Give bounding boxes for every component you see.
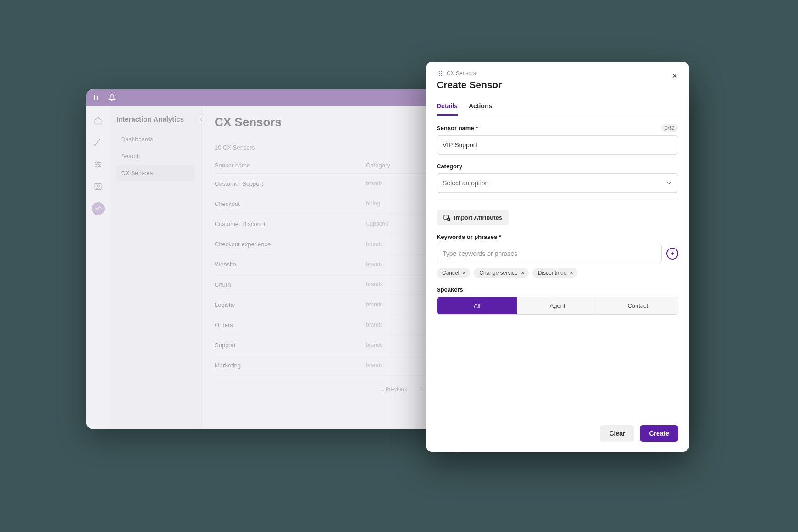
svg-point-19: [439, 75, 440, 76]
svg-rect-0: [94, 95, 95, 100]
chip-label: Change service: [479, 270, 517, 276]
modal-head: CX Sensors Create Sensor: [426, 62, 689, 96]
svg-point-15: [438, 73, 438, 74]
row-name: Checkout experience: [215, 241, 366, 248]
import-attributes-button[interactable]: Import Attributes: [437, 210, 509, 225]
modal-body: Sensor name * 0/32 Category Select an op…: [426, 116, 689, 419]
svg-point-14: [441, 71, 442, 72]
svg-point-18: [438, 75, 438, 76]
nav-item-cx-sensors[interactable]: CX Sensors: [116, 165, 195, 181]
category-placeholder: Select an option: [443, 179, 488, 187]
chevron-down-icon: [666, 180, 672, 186]
secondary-nav-title: Interaction Analytics: [116, 115, 195, 123]
svg-rect-10: [95, 183, 101, 190]
close-icon[interactable]: [668, 69, 681, 82]
app-logo-icon[interactable]: [92, 93, 101, 102]
page-prev[interactable]: Previous: [377, 384, 411, 395]
keyword-chip: Discontinue: [532, 268, 578, 278]
chip-remove-icon[interactable]: [569, 271, 574, 275]
collapse-nav-icon[interactable]: [196, 114, 207, 125]
sensor-name-label: Sensor name *: [437, 125, 478, 132]
tab-actions[interactable]: Actions: [469, 99, 492, 116]
row-name: Customer Discount: [215, 221, 366, 227]
rail-settings-icon[interactable]: [92, 158, 105, 171]
svg-point-8: [99, 164, 100, 166]
sensor-name-counter: 0/32: [661, 124, 678, 132]
row-name: Churn: [215, 281, 366, 288]
rail-analytics-icon[interactable]: [92, 202, 105, 215]
keyword-chips: CancelChange serviceDiscontinue: [437, 268, 678, 278]
chip-label: Cancel: [442, 270, 459, 276]
left-rail: [86, 106, 110, 429]
row-name: Marketing: [215, 362, 366, 369]
svg-point-9: [97, 166, 98, 167]
speakers-segmented: All Agent Contact: [437, 297, 678, 315]
tab-details[interactable]: Details: [437, 99, 458, 116]
secondary-nav: Interaction Analytics Dashboards Search …: [110, 106, 202, 429]
category-label: Category: [437, 163, 462, 170]
svg-point-13: [439, 71, 440, 72]
sensors-grid-icon: [437, 70, 443, 77]
svg-rect-1: [97, 96, 98, 100]
row-name: Logistic: [215, 301, 366, 308]
speaker-contact[interactable]: Contact: [598, 297, 678, 314]
clear-button[interactable]: Clear: [600, 425, 634, 442]
create-button[interactable]: Create: [640, 425, 678, 442]
category-select[interactable]: Select an option: [437, 173, 678, 193]
svg-point-16: [439, 73, 440, 74]
row-name: Orders: [215, 321, 366, 328]
keyword-chip: Cancel: [437, 268, 470, 278]
svg-point-12: [438, 71, 438, 72]
modal-tabs: Details Actions: [426, 96, 689, 116]
chip-label: Discontinue: [538, 270, 567, 276]
chip-remove-icon[interactable]: [462, 271, 466, 275]
rail-home-icon[interactable]: [92, 114, 105, 127]
rail-journey-icon[interactable]: [92, 136, 105, 149]
notifications-icon[interactable]: [108, 94, 116, 101]
row-name: Support: [215, 342, 366, 349]
svg-point-20: [441, 75, 442, 76]
row-name: Checkout: [215, 200, 366, 207]
import-label: Import Attributes: [454, 214, 502, 221]
speaker-agent[interactable]: Agent: [517, 297, 597, 314]
keywords-label: Keywords or phrases *: [437, 233, 501, 240]
sensor-name-input[interactable]: [437, 135, 678, 155]
modal-breadcrumb: CX Sensors: [437, 70, 678, 77]
svg-point-11: [97, 185, 99, 187]
svg-point-17: [441, 73, 442, 74]
svg-line-25: [449, 220, 450, 221]
add-keyword-icon[interactable]: [666, 248, 678, 260]
divider: [437, 201, 678, 201]
modal-footer: Clear Create: [426, 419, 689, 452]
speaker-all[interactable]: All: [437, 297, 517, 314]
keyword-chip: Change service: [474, 268, 528, 278]
import-icon: [443, 214, 450, 221]
row-name: Customer Support: [215, 180, 366, 187]
modal-title: Create Sensor: [437, 79, 678, 90]
nav-item-search[interactable]: Search: [116, 148, 195, 164]
rail-profile-icon[interactable]: [92, 180, 105, 193]
row-name: Website: [215, 261, 366, 268]
modal-crumb-label: CX Sensors: [447, 70, 476, 77]
create-sensor-modal: CX Sensors Create Sensor Details Actions…: [426, 62, 689, 452]
nav-item-dashboards[interactable]: Dashboards: [116, 131, 195, 147]
speakers-label: Speakers: [437, 286, 463, 293]
svg-point-7: [96, 162, 97, 163]
chip-remove-icon[interactable]: [521, 271, 525, 275]
col-header-name: Sensor name: [215, 162, 366, 169]
keywords-input[interactable]: [437, 244, 662, 263]
